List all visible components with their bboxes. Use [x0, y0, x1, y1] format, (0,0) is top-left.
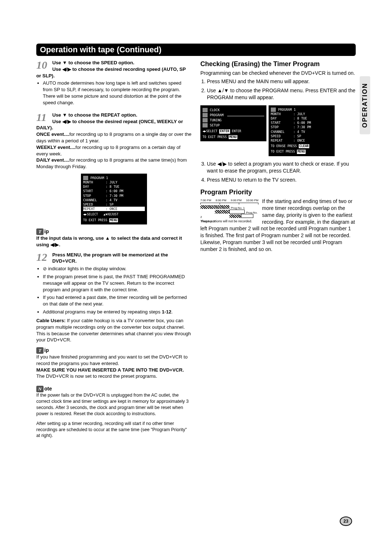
- osd-val: : JULY: [293, 112, 332, 116]
- prog1-label: Prog No. 1: [231, 206, 245, 210]
- osd-val: : 4 TV: [293, 130, 332, 134]
- daily-label: DAILY event....: [36, 157, 69, 163]
- osd-key: CHANNEL: [83, 198, 106, 202]
- tip2-p1: If you have finished programming and you…: [36, 354, 192, 367]
- osd-repeat-key: REPEAT: [83, 207, 106, 211]
- menu-foot-enter: ENTER: [232, 129, 241, 133]
- tip-heading-2: Tip: [36, 347, 192, 354]
- tuning-icon: [203, 118, 208, 122]
- weekly-label: WEEKLY event....: [36, 145, 75, 150]
- menu-foot-exit: TO EXIT PRESS: [203, 135, 227, 139]
- osd-foot-exit: TO EXIT PRESS: [83, 218, 107, 222]
- osd-repeat-val: : ONCE: [106, 207, 118, 211]
- step-10: 10 Use ▼ to choose the SPEED option. Use…: [36, 60, 192, 108]
- setup-icon: [203, 123, 208, 127]
- menu-foot-select: ◀▶SELECT: [203, 129, 217, 133]
- osd-val: : ONCE: [293, 138, 332, 143]
- check-step-4: Press MENU to return to the TV screen.: [207, 177, 356, 183]
- once-label: ONCE event....: [36, 131, 69, 137]
- osd-val: : 6:00 PM: [293, 121, 332, 125]
- osd-val: : 8 TUE: [106, 185, 145, 189]
- prog3-label: Prog No. 3: [201, 220, 215, 223]
- left-column: 10 Use ▼ to choose the SPEED option. Use…: [36, 60, 192, 439]
- osd-key: STOP: [83, 194, 106, 198]
- cable-users-label: Cable Users:: [36, 318, 66, 323]
- step12-line1: Press MENU, the program will be memorize…: [52, 252, 168, 264]
- step12-b3: If you had entered a past date, the time…: [43, 294, 192, 307]
- osd-val: : JULY: [106, 180, 145, 185]
- tip-suffix: ip: [44, 347, 49, 354]
- step11-line1: Use ▼ to choose the REPEAT option.: [52, 112, 137, 118]
- step12-b1: ⊘ indicator lights in the display window…: [43, 266, 192, 272]
- tip-suffix: ip: [44, 228, 49, 235]
- vcr-icon: [83, 176, 88, 180]
- step-12: 12 Press MENU, the program will be memor…: [36, 252, 192, 344]
- osd2-exit: TO EXIT PRESS: [271, 150, 295, 153]
- menu-program: PROGRAM: [210, 113, 224, 117]
- menu-clock: CLOCK: [210, 108, 220, 112]
- time-label: 7:00 PM: [200, 199, 211, 203]
- osd-program-screen: PROGRAM 1 MONTH: JULYDAY: 8 TUESTART: 6:…: [81, 174, 147, 224]
- osd-key: START: [83, 189, 106, 193]
- step10-line1: Use ▼ to choose the SPEED option.: [52, 60, 134, 65]
- note-suffix: ote: [44, 385, 52, 392]
- osd-title: PROGRAM 1: [90, 176, 108, 180]
- menu-key-icon: MENU: [229, 135, 237, 139]
- tip-icon: T: [36, 347, 44, 354]
- tip-icon: T: [36, 228, 44, 235]
- page-header: Operation with tape (Continued): [36, 44, 356, 56]
- step-number-icon: 10: [36, 60, 49, 70]
- heading-checking-erasing: Checking (Erasing) the Timer Program: [200, 60, 356, 68]
- step10-bullet: AUTO mode determines how long tape is le…: [43, 80, 192, 106]
- menu-tuning: TUNING: [210, 118, 222, 122]
- check-step-2: Use ▲/▼ to choose the PROGRAM menu. Pres…: [207, 87, 356, 101]
- note-p1: If the power fails or the DVD+VCR is unp…: [36, 392, 192, 417]
- page-number-badge: 23: [340, 516, 352, 526]
- tip2-body: MAKE SURE YOU HAVE INSERTED A TAPE INTO …: [36, 367, 192, 380]
- menu-key-icon: MENU: [297, 150, 306, 154]
- step12-b2: If the program preset time is past, the …: [43, 274, 192, 293]
- menu-key-icon: MENU: [109, 218, 118, 222]
- tip1-text: If the input data is wrong, use ▲ to sel…: [36, 235, 192, 248]
- osd-val: : 7:30 PM: [106, 194, 145, 198]
- osd-val: : SP: [293, 134, 332, 138]
- step12-b4: Additional programs may be entered by re…: [43, 309, 192, 315]
- vcr-icon: [271, 108, 276, 112]
- osd-val: : SP: [106, 202, 145, 207]
- tip-heading: Tip: [36, 228, 192, 235]
- step-number-icon: 11: [36, 112, 49, 123]
- osd-key: CHANNEL: [271, 130, 293, 134]
- osd-val: : 7:30 PM: [293, 125, 332, 129]
- step-number-icon: 12: [36, 252, 49, 263]
- right-column: Checking (Erasing) the Timer Program Pro…: [200, 60, 356, 439]
- time-label: 10:00 PM: [246, 199, 258, 203]
- osd-key: SPEED: [271, 134, 293, 138]
- osd-val: : 8 TUE: [293, 116, 332, 121]
- osd-val: : 6:00 PM: [106, 189, 145, 193]
- note-icon: N: [36, 386, 44, 392]
- clock-icon: [203, 108, 208, 112]
- main-menu-osd: CLOCK PROGRAM TUNING SETUP ◀▶SELECT ENTE…: [200, 105, 266, 142]
- program-menu-osd: PROGRAM 1 MONTH: JULYDAY: 8 TUESTART: 6:…: [269, 105, 335, 156]
- time-label: 9:00 PM: [231, 199, 242, 203]
- enter-key-icon: ENTER: [219, 129, 230, 133]
- clear-key-icon: CLEAR: [299, 144, 310, 148]
- check-step-3: Use ◀/▶ to select a program you want to …: [207, 161, 356, 174]
- osd-key: STOP: [271, 125, 293, 129]
- osd-val: : 4 TV: [106, 198, 145, 202]
- osd-key: SPEED: [83, 202, 106, 207]
- step11-line2: Use ◀/▶ to choose the desired repeat (ON…: [36, 119, 183, 131]
- osd-key: MONTH: [271, 112, 293, 116]
- osd2-erase: TO ERASE PRESS: [271, 144, 297, 148]
- menu-diagram: CLOCK PROGRAM TUNING SETUP ◀▶SELECT ENTE…: [200, 105, 356, 156]
- osd-key: DAY: [83, 185, 106, 189]
- time-label: 8:00 PM: [216, 199, 226, 203]
- priority-diagram: 7:00 PM 8:00 PM 9:00 PM 10:00 PM Prog No…: [200, 199, 258, 223]
- note-p2: After setting up a timer recording, reco…: [36, 421, 192, 439]
- osd-foot-select: ◀▶SELECT: [83, 212, 98, 216]
- step10-line2: Use ◀/▶ to choose the desired recording …: [36, 66, 186, 78]
- step-11: 11 Use ▼ to choose the REPEAT option. Us…: [36, 112, 192, 170]
- program-icon: [203, 113, 208, 117]
- osd-foot-adjust: ▲▼ADJUST: [103, 212, 118, 216]
- osd-key: DAY: [271, 116, 293, 121]
